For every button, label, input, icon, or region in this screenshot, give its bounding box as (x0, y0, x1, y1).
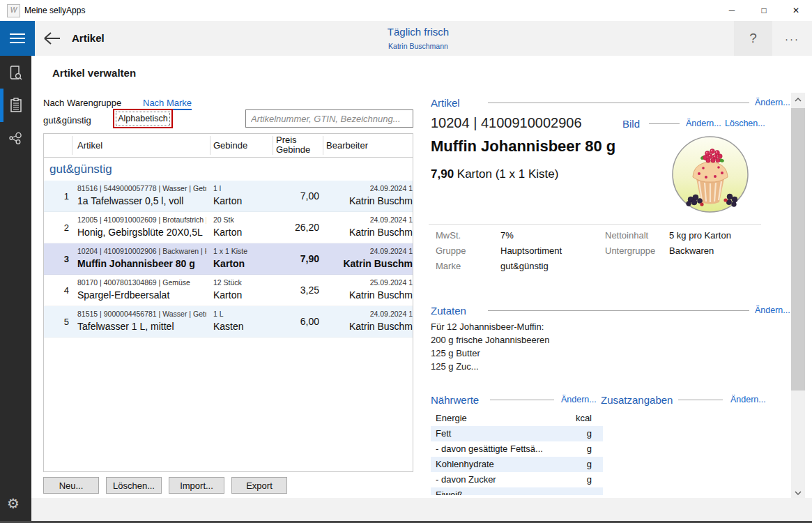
col-bearbeiter[interactable]: Bearbeiter (326, 140, 368, 151)
table-row[interactable]: 3 10204 | 4100910002906 | Backwaren | Ha… (44, 243, 413, 275)
share-network-icon (8, 130, 24, 147)
zutaten-aendern-link[interactable]: Ändern... (755, 305, 790, 315)
filter-brand-label[interactable]: gut&günstig (43, 115, 91, 126)
nutrition-row: Eiweiß (431, 487, 603, 495)
export-button[interactable]: Export (231, 477, 287, 494)
nutrition-unit: g (587, 457, 592, 472)
scroll-up-button[interactable] (791, 93, 805, 107)
gebinde-unit: Kasten (213, 321, 244, 332)
field-label-gruppe: Gruppe (436, 245, 466, 256)
back-arrow-icon (42, 31, 61, 46)
row-number: 3 (44, 243, 69, 274)
editor-name: Katrin Buschm (322, 195, 413, 206)
article-meta: 81515 | 9000004456781 | Wasser | Getränk… (77, 310, 206, 318)
price-value: 26,20 (276, 212, 319, 243)
help-button[interactable]: ? (734, 21, 772, 56)
bild-section-label: Bild (622, 118, 640, 130)
nutrition-row: - davon gesättigte Fettsä... g (431, 441, 603, 457)
price-value: 3,25 (276, 275, 319, 305)
zusatzangaben-section-title: Zusatzangaben (601, 394, 673, 406)
article-name: 1a Tafelwasser 0,5 l, voll (77, 195, 210, 206)
field-label-mwst: MwSt. (436, 230, 461, 241)
gebinde-meta: 1 L (213, 310, 224, 318)
field-value-nettoinhalt: 5 kg pro Karton (669, 230, 731, 241)
col-artikel[interactable]: Artikel (77, 140, 102, 151)
divider (488, 103, 749, 103)
row-number: 2 (44, 212, 69, 243)
article-name: Spargel-Erdbeersalat (77, 289, 210, 301)
product-price: 7,90 (431, 167, 454, 181)
table-header: Artikel Gebinde Preis Gebinde Bearbeiter (44, 134, 413, 158)
bild-loeschen-link[interactable]: Löschen... (725, 119, 765, 128)
article-meta: 80170 | 4007801304869 | Gemüse (77, 278, 206, 287)
back-button[interactable] (42, 31, 61, 46)
hamburger-menu-button[interactable] (0, 21, 35, 56)
sidebar-item-articles[interactable] (8, 97, 24, 114)
nutrition-label: Eiweiß (436, 487, 575, 495)
zusatzangaben-aendern-link[interactable]: Ändern... (730, 395, 766, 404)
window-title: Meine sellyApps (24, 6, 85, 15)
nutrition-row: Fett g (431, 426, 603, 441)
divider (490, 400, 554, 400)
search-input[interactable] (245, 109, 413, 128)
loeschen-button[interactable]: Löschen... (106, 477, 162, 494)
minimize-button[interactable]: ─ (716, 0, 748, 21)
import-button[interactable]: Import... (169, 477, 224, 494)
nutrition-row: Energie kcal (431, 411, 603, 426)
article-meta: 81516 | 5449000057778 | Wasser | Getränk… (77, 184, 206, 192)
edit-date: 24.09.2024 1 (322, 310, 413, 318)
bild-aendern-link[interactable]: Ändern... (686, 119, 721, 128)
more-options-button[interactable]: ··· (772, 21, 812, 56)
alphabetisch-button[interactable]: Alphabetisch (116, 112, 170, 126)
hamburger-icon (10, 33, 25, 35)
gebinde-unit: Karton (213, 195, 242, 206)
gebinde-unit: Karton (213, 258, 245, 269)
naehrwerte-aendern-link[interactable]: Ändern... (561, 395, 597, 404)
divider (488, 310, 749, 311)
settings-gear-icon[interactable]: ⚙ (7, 495, 20, 512)
nutrition-row: Kohlenhydrate g (431, 457, 603, 472)
company-name: Täglich frisch (265, 26, 572, 38)
gebinde-unit: Karton (213, 227, 242, 238)
gebinde-unit: Karton (213, 289, 242, 301)
editor-name: Katrin Buschm (322, 289, 413, 301)
table-row[interactable]: 2 12005 | 4100910002609 | Brotaufstrich … (44, 212, 413, 243)
table-row[interactable]: 1 81516 | 5449000057778 | Wasser | Geträ… (44, 181, 413, 212)
tab-nach-warengruppe[interactable]: Nach Warengruppe (43, 98, 121, 108)
close-button[interactable]: ✕ (780, 0, 812, 21)
col-preis-gebinde[interactable]: Preis Gebinde (276, 135, 310, 155)
col-gebinde[interactable]: Gebinde (213, 140, 247, 151)
nutrition-row: - davon Zucker g (431, 472, 603, 487)
price-value: 6,00 (276, 306, 319, 337)
chevron-up-icon (795, 98, 802, 102)
group-header[interactable]: gut&günstig (44, 158, 413, 181)
table-body: 1 81516 | 5449000057778 | Wasser | Geträ… (44, 181, 413, 338)
nutrition-label: Energie (436, 411, 575, 426)
muffin-image (671, 135, 749, 213)
editor-name: Katrin Buschm (322, 321, 413, 332)
zutaten-text: Für 12 Johannisbeer-Muffin: 200 g frisch… (431, 320, 550, 373)
artikel-aendern-link[interactable]: Ändern... (755, 98, 790, 107)
neu-button[interactable]: Neu... (43, 477, 99, 494)
maximize-button[interactable]: □ (748, 0, 780, 21)
row-number: 4 (44, 275, 69, 305)
chevron-down-icon (795, 491, 802, 495)
divider (649, 123, 680, 124)
nav-sidebar (0, 56, 31, 523)
sidebar-item-connections[interactable] (8, 130, 24, 147)
divider (429, 224, 761, 225)
article-table: Artikel Gebinde Preis Gebinde Bearbeiter… (43, 133, 413, 472)
article-meta: 12005 | 4100910002609 | Brotaufstrich | … (77, 215, 206, 224)
sidebar-item-catalog[interactable] (8, 64, 24, 81)
edit-date: 24.09.2024 1 (322, 215, 413, 224)
edit-date: 24.09.2024 1 (322, 247, 413, 255)
app-logo-icon: W (7, 4, 20, 17)
product-image (671, 135, 749, 216)
table-row[interactable]: 5 81515 | 9000004456781 | Wasser | Geträ… (44, 306, 413, 338)
edit-date: 25.09.2024 1 (322, 278, 413, 287)
detail-scrollbar-thumb[interactable] (791, 108, 805, 391)
gebinde-meta: 1 x 1 Kiste (213, 247, 247, 255)
nutrition-label: - davon Zucker (436, 472, 575, 487)
nutrition-unit: g (587, 426, 592, 441)
table-row[interactable]: 4 80170 | 4007801304869 | Gemüse Spargel… (44, 275, 413, 306)
